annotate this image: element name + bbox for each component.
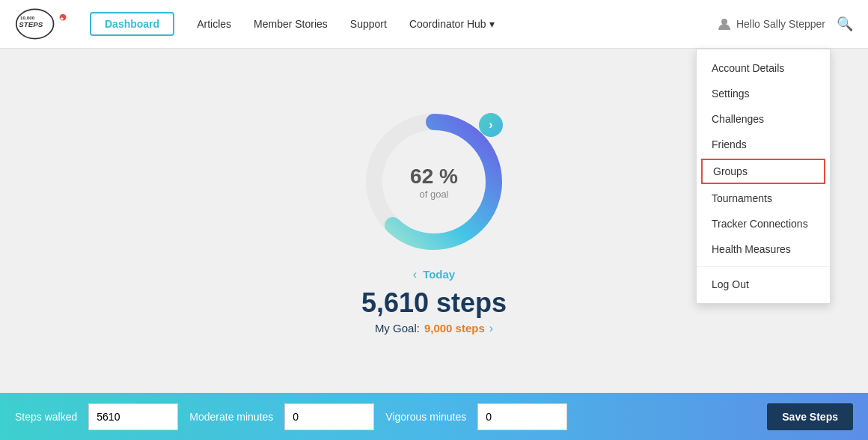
member-stories-link[interactable]: Member Stories [254,18,328,30]
vigorous-minutes-label: Vigorous minutes [385,411,466,423]
dropdown-item-health-measures[interactable]: Health Measures [697,236,830,262]
vigorous-minutes-input[interactable] [477,403,567,430]
user-dropdown-menu: Account Details Settings Challenges Frie… [696,49,831,304]
svg-text:STEPS: STEPS [19,20,43,28]
svg-text:10,000: 10,000 [20,15,35,20]
donut-center: 62 % of goal [410,164,458,199]
donut-goal-label: of goal [410,188,458,199]
search-button[interactable]: 🔍 [837,16,853,32]
header: 10,000 STEPS ★ Dashboard Articles Member… [0,0,868,49]
date-prev-arrow[interactable]: ‹ [413,268,417,281]
steps-walked-label: Steps walked [15,411,77,423]
goal-prefix: My Goal: [375,322,420,334]
user-icon [717,16,732,31]
dropdown-item-groups[interactable]: Groups [701,159,825,184]
goal-steps: 9,000 steps [424,322,485,334]
logo: 10,000 STEPS ★ [15,5,75,43]
dashboard-button[interactable]: Dashboard [90,12,174,36]
bottom-bar: Steps walked Moderate minutes Vigorous m… [0,393,868,440]
articles-link[interactable]: Articles [197,18,231,30]
donut-percent: 62 % [410,164,458,188]
goal-arrow-icon[interactable]: › [489,322,493,335]
steps-walked-input[interactable] [88,403,178,430]
chevron-down-icon: ▾ [489,18,495,30]
date-label: Today [423,268,455,281]
donut-chart: 62 % of goal › [359,107,509,257]
donut-next-arrow[interactable]: › [479,113,503,137]
svg-point-5 [721,19,727,25]
save-steps-button[interactable]: Save Steps [767,403,853,430]
dropdown-item-settings[interactable]: Settings [697,81,830,106]
search-icon: 🔍 [837,16,853,31]
dropdown-item-account-details[interactable]: Account Details [697,55,830,81]
dropdown-item-challenges[interactable]: Challenges [697,106,830,132]
goal-text: My Goal: 9,000 steps › [375,322,493,335]
moderate-minutes-label: Moderate minutes [189,411,273,423]
coordinator-hub-button[interactable]: Coordinator Hub ▾ [409,18,495,30]
dropdown-item-tournaments[interactable]: Tournaments [697,186,830,211]
steps-count: 5,610 steps [361,287,507,319]
date-navigation: ‹ Today [413,268,455,281]
dropdown-item-tracker-connections[interactable]: Tracker Connections [697,211,830,236]
dropdown-item-friends[interactable]: Friends [697,132,830,157]
main-nav: Dashboard Articles Member Stories Suppor… [90,12,717,36]
support-link[interactable]: Support [350,18,387,30]
header-right: Hello Sally Stepper 🔍 [717,16,853,32]
moderate-minutes-input[interactable] [284,403,374,430]
dropdown-item-logout[interactable]: Log Out [697,272,830,297]
user-greeting: Hello Sally Stepper [717,16,825,31]
dropdown-divider [697,266,830,267]
